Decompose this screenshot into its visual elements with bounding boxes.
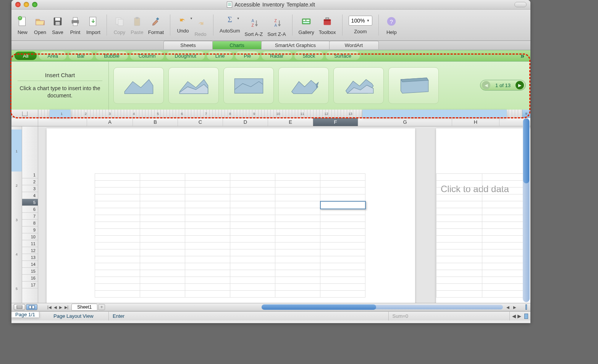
column-header-g[interactable]: G bbox=[358, 118, 452, 126]
chart-cat-bubble[interactable]: Bubble bbox=[95, 52, 128, 60]
horizontal-scroll-thumb[interactable] bbox=[262, 304, 376, 310]
row-header-2[interactable]: 2 bbox=[22, 178, 38, 185]
toolbar-toggle-button[interactable] bbox=[514, 2, 527, 7]
row-header-16[interactable]: 16 bbox=[22, 275, 38, 281]
resize-handle[interactable] bbox=[524, 314, 528, 319]
status-view[interactable]: Page Layout View bbox=[50, 312, 109, 320]
chart-cat-stock[interactable]: Stock bbox=[294, 52, 324, 60]
window-controls bbox=[15, 2, 37, 7]
toolbox-button[interactable]: Toolbox bbox=[317, 13, 338, 37]
sort-za-button[interactable]: ZA Sort Z-A bbox=[265, 12, 288, 39]
sheet-nav-first[interactable]: |◀ bbox=[47, 305, 52, 309]
row-header-17[interactable]: 17 bbox=[22, 281, 38, 288]
column-header-a[interactable]: A bbox=[87, 118, 133, 126]
ruler-corner[interactable] bbox=[11, 110, 38, 118]
ribbon-tab-wordart[interactable]: WordArt bbox=[329, 41, 379, 49]
chart-thumb-4[interactable] bbox=[278, 67, 329, 104]
charts-ribbon: All Area Bar Bubble Column Doughnut Line… bbox=[11, 50, 530, 110]
ruler-collapse-button[interactable]: ≡ bbox=[522, 110, 530, 118]
row-header-11[interactable]: 11 bbox=[22, 240, 38, 247]
row-header-5[interactable]: 5 bbox=[22, 199, 38, 206]
chart-cat-bar[interactable]: Bar bbox=[69, 52, 93, 60]
cell-grid[interactable] bbox=[95, 173, 365, 298]
undo-button[interactable]: Undo ▼ bbox=[174, 12, 192, 39]
zoom-value: 100% bbox=[351, 18, 365, 24]
sheet-nav-prev[interactable]: ◀ bbox=[53, 305, 58, 309]
row-header-9[interactable]: 9 bbox=[22, 226, 38, 233]
open-button[interactable]: Open bbox=[31, 13, 49, 37]
zoom-window-icon[interactable] bbox=[32, 2, 37, 7]
row-header-3[interactable]: 3 bbox=[22, 185, 38, 192]
import-button[interactable]: Import bbox=[84, 13, 103, 37]
new-button[interactable]: + New bbox=[14, 13, 31, 37]
chart-thumb-1[interactable] bbox=[113, 67, 164, 104]
autosum-button[interactable]: Σ AutoSum ▼ bbox=[217, 12, 242, 39]
column-header-b[interactable]: B bbox=[133, 118, 178, 126]
row-header-1[interactable]: 1 bbox=[22, 171, 38, 178]
pager-next-button[interactable]: ▶ bbox=[516, 81, 524, 89]
paste-button[interactable]: Paste bbox=[128, 13, 146, 37]
ribbon-tab-sheets[interactable]: Sheets bbox=[163, 41, 213, 49]
row-header-12[interactable]: 12 bbox=[22, 247, 38, 254]
zoom-control[interactable]: 100%▼ Zoom bbox=[346, 14, 375, 36]
row-header-8[interactable]: 8 bbox=[22, 220, 38, 226]
hscroll-right-arrow[interactable]: ▶ bbox=[512, 304, 517, 310]
ribbon-tab-charts[interactable]: Charts bbox=[212, 41, 262, 49]
split-handle[interactable] bbox=[522, 304, 530, 310]
chart-cat-line[interactable]: Line bbox=[207, 52, 233, 60]
status-prev[interactable]: ◀ bbox=[512, 313, 516, 319]
redo-button[interactable]: Redo bbox=[192, 12, 209, 39]
chart-thumb-5[interactable] bbox=[333, 67, 384, 104]
minimize-icon[interactable] bbox=[24, 2, 29, 7]
chart-thumb-6[interactable] bbox=[388, 67, 439, 104]
row-header-15[interactable]: 15 bbox=[22, 268, 38, 275]
row-header-13[interactable]: 13 bbox=[22, 254, 38, 261]
chart-thumb-2[interactable] bbox=[168, 67, 219, 104]
gallery-button[interactable]: Gallery bbox=[296, 13, 317, 37]
svg-rect-26 bbox=[326, 18, 329, 19]
sheet-area[interactable]: Click to add data bbox=[38, 126, 530, 303]
row-header-14[interactable]: 14 bbox=[22, 261, 38, 268]
column-header-d[interactable]: D bbox=[223, 118, 268, 126]
help-button[interactable]: ? Help bbox=[383, 13, 400, 37]
chart-cat-radar[interactable]: Radar bbox=[262, 52, 292, 60]
sheet-tab-1[interactable]: Sheet1 bbox=[71, 304, 97, 311]
sort-az-button[interactable]: AZ Sort A-Z bbox=[242, 12, 265, 39]
hscroll-left-arrow[interactable]: ◀ bbox=[505, 304, 511, 310]
row-header-6[interactable]: 6 bbox=[22, 206, 38, 213]
close-icon[interactable] bbox=[15, 2, 21, 7]
status-next[interactable]: ▶ bbox=[517, 313, 521, 319]
vertical-scrollbar[interactable] bbox=[523, 118, 530, 302]
row-header-10[interactable]: 10 bbox=[22, 233, 38, 240]
chart-cat-more-icon[interactable]: » bbox=[517, 52, 527, 60]
active-cell[interactable] bbox=[320, 201, 366, 209]
chart-thumb-3[interactable] bbox=[223, 67, 274, 104]
view-page-layout-button[interactable] bbox=[26, 304, 37, 310]
chart-cat-all[interactable]: All bbox=[15, 52, 37, 60]
save-button[interactable]: Save bbox=[49, 13, 66, 37]
ribbon-tab-smartart[interactable]: SmartArt Graphics bbox=[261, 41, 330, 49]
status-bar: Page Layout View Enter Page 1/1 Sum=0 ◀ … bbox=[11, 311, 530, 320]
copy-button[interactable]: Copy bbox=[111, 13, 128, 37]
column-header-e[interactable]: E bbox=[268, 118, 313, 126]
column-header-f[interactable]: F bbox=[313, 118, 358, 126]
chart-cat-surface[interactable]: Surface bbox=[326, 52, 360, 60]
sheet-nav-next[interactable]: ▶ bbox=[58, 305, 63, 309]
format-button[interactable]: Format bbox=[146, 13, 166, 37]
column-header-h[interactable]: H bbox=[452, 118, 499, 126]
chart-cat-area[interactable]: Area bbox=[39, 52, 66, 60]
print-button[interactable]: Print bbox=[66, 13, 84, 37]
pager-prev-button[interactable]: ◀ bbox=[482, 81, 490, 89]
chart-cat-column[interactable]: Column bbox=[130, 52, 164, 60]
chart-thumbnails bbox=[109, 61, 530, 110]
row-header-7[interactable]: 7 bbox=[22, 213, 38, 220]
add-sheet-button[interactable]: + bbox=[98, 304, 105, 310]
row-header-4[interactable]: 4 bbox=[22, 192, 38, 199]
vertical-scroll-thumb[interactable] bbox=[523, 118, 529, 183]
chart-cat-pie[interactable]: Pie bbox=[235, 52, 259, 60]
horizontal-scrollbar[interactable]: ◀ ▶ bbox=[109, 304, 518, 310]
column-header-c[interactable]: C bbox=[178, 118, 223, 126]
chart-cat-doughnut[interactable]: Doughnut bbox=[166, 52, 204, 60]
view-normal-button[interactable] bbox=[14, 304, 25, 310]
sheet-nav-last[interactable]: ▶| bbox=[64, 305, 69, 309]
